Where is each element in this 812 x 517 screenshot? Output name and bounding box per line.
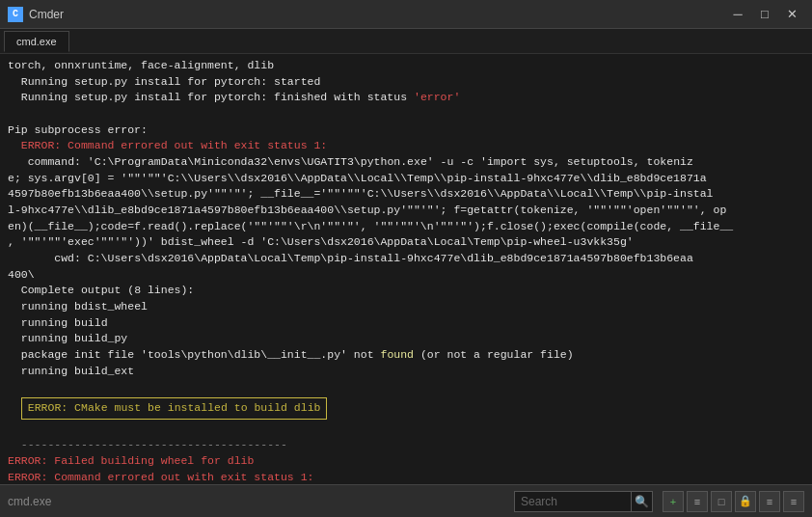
tab-cmdexe[interactable]: cmd.exe <box>4 31 69 52</box>
terminal[interactable]: torch, onnxruntime, face-alignment, dlib… <box>0 54 812 484</box>
title-bar: C Cmder ─ □ ✕ <box>0 0 812 29</box>
status-icons: + ≡ □ 🔒 ≡ ≡ <box>663 491 804 512</box>
tab-bar: cmd.exe <box>0 29 812 54</box>
add-tab-button[interactable]: + <box>663 491 684 512</box>
search-input[interactable] <box>515 495 631 508</box>
title-bar-title: Cmder <box>29 8 725 21</box>
title-bar-controls: ─ □ ✕ <box>725 4 804 25</box>
menu-button-2[interactable]: ≡ <box>783 491 804 512</box>
lock-button[interactable]: 🔒 <box>735 491 756 512</box>
minimize-button[interactable]: ─ <box>725 4 750 25</box>
close-button[interactable]: ✕ <box>779 4 804 25</box>
terminal-output: torch, onnxruntime, face-alignment, dlib… <box>8 58 804 484</box>
app-icon: C <box>8 7 23 22</box>
maximize-terminal-button[interactable]: □ <box>711 491 732 512</box>
search-box: 🔍 <box>514 491 653 512</box>
menu-button-1[interactable]: ≡ <box>759 491 780 512</box>
status-bar: cmd.exe 🔍 + ≡ □ 🔒 ≡ ≡ <box>0 484 812 517</box>
search-button[interactable]: 🔍 <box>631 491 652 512</box>
maximize-button[interactable]: □ <box>752 4 777 25</box>
settings-button[interactable]: ≡ <box>687 491 708 512</box>
status-label: cmd.exe <box>8 495 51 508</box>
